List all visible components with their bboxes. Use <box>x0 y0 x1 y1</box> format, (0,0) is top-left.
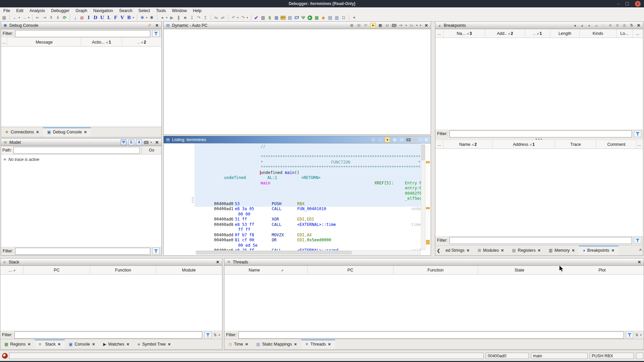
redo-icon[interactable]: ↷ <box>240 15 246 20</box>
menu-debugger[interactable]: Debugger <box>51 8 69 13</box>
breakpoints-table-body[interactable] <box>435 38 643 129</box>
listing-line[interactable]: ****************************************… <box>195 165 421 170</box>
tab-modules[interactable]: ⊞ Modules✕ <box>474 245 508 255</box>
tab-memory[interactable]: ▥ Memory✕ <box>545 245 579 255</box>
column-header-address[interactable]: Address◢1 <box>493 140 555 148</box>
step-over-icon[interactable]: ↷ <box>196 15 202 20</box>
menu-chevron-icon[interactable]: ▼ <box>218 334 220 336</box>
debug-console-table-body[interactable] <box>1 48 161 127</box>
tab-close-icon[interactable]: ✕ <box>611 248 614 253</box>
stack-table-body[interactable] <box>0 275 222 330</box>
tab-regions[interactable]: ▦ Regions✕ <box>0 339 35 349</box>
listing-bytes-continuation[interactable]: 00 ed 5e <box>195 243 421 248</box>
listing-line-signature[interactable]: undefined main () <box>195 170 421 176</box>
menu-analysis[interactable]: Analysis <box>30 8 45 13</box>
tab-watches[interactable]: ▶ Watches✕ <box>99 339 133 349</box>
column-settings-icon[interactable]: ⇅ <box>214 333 217 337</box>
tab-threads[interactable]: ✳ Threads✕ <box>301 339 335 349</box>
cf-icon[interactable]: Cf <box>294 15 300 20</box>
listing-line-prototype[interactable]: undefined AL:1 <RETURN> <box>195 175 421 181</box>
attach-icon[interactable]: ✳ <box>149 15 155 20</box>
goto-icon[interactable]: ⇨ <box>398 23 404 28</box>
dynamic-listing-body[interactable] <box>164 29 431 134</box>
tab-close-icon[interactable]: ✕ <box>294 342 297 347</box>
tab-close-icon[interactable]: ✕ <box>538 248 541 253</box>
close-icon[interactable]: ✕ <box>424 137 429 142</box>
elements-toggle-icon[interactable]: E <box>128 139 134 145</box>
listing-instruction[interactable]: 00400ad631 ffXOREDI,EDI <box>195 217 421 222</box>
listing-line[interactable]: entry:00 <box>195 186 421 191</box>
debug-launch-icon[interactable]: ✳ <box>140 15 145 20</box>
breakpoints-filter-input[interactable] <box>449 130 632 137</box>
enable-all-breakpoints-icon[interactable]: ◕ <box>580 23 585 28</box>
nav-in-icon[interactable]: ⇥ <box>42 15 47 20</box>
scrollbar-thumb[interactable] <box>422 145 425 160</box>
tab-static-mappings[interactable]: ▤ Static Mappings✕ <box>252 339 301 349</box>
tab-close-icon[interactable]: ✕ <box>58 342 61 347</box>
column-header-kinds[interactable]: Kinds <box>580 29 616 38</box>
menu-help[interactable]: Help <box>193 8 202 13</box>
filter-options-button[interactable] <box>204 331 212 338</box>
reload-icon[interactable]: ⟳ <box>62 15 67 20</box>
filter-columns-icon[interactable]: ⇅ <box>629 23 634 28</box>
export-table-icon[interactable]: ▦ <box>392 137 397 142</box>
stack-filter-input[interactable] <box>14 331 202 339</box>
column-header-function[interactable]: Function <box>90 266 156 274</box>
listing-bytes-continuation[interactable]: ff ff <box>195 227 421 233</box>
filter-options-button[interactable] <box>634 130 641 137</box>
filter-options-button[interactable] <box>626 331 633 338</box>
markup-u-icon[interactable]: U <box>99 15 105 20</box>
listing-line[interactable]: ****************************************… <box>195 155 421 160</box>
tab-debug-console[interactable]: ▣ Debug Console✕ <box>43 127 91 137</box>
paste-icon[interactable]: ▤ <box>356 23 361 28</box>
select-cursor-icon[interactable]: ➤ <box>370 23 376 28</box>
column-header-message[interactable]: Message <box>7 38 81 46</box>
disable-breakpoint-icon[interactable]: ● <box>587 23 592 28</box>
close-icon[interactable]: ✕ <box>636 23 641 28</box>
menu-edit[interactable]: Edit <box>16 8 23 13</box>
clear-breakpoint-icon[interactable]: ⊗ <box>608 23 613 28</box>
forward-icon[interactable]: → <box>21 15 27 20</box>
refresh-icon[interactable]: ⟳ <box>363 23 368 28</box>
script-manager-icon[interactable]: § <box>267 15 273 20</box>
resume-icon[interactable]: ▶ <box>169 15 175 20</box>
column-header-comment[interactable]: Comment <box>596 140 637 148</box>
datatype-manager-icon[interactable]: DT <box>280 15 286 20</box>
nav-down-icon[interactable]: ⇟ <box>55 15 61 20</box>
listing-line[interactable]: // <box>195 144 421 149</box>
column-header[interactable]: ... <box>637 140 642 148</box>
listing-body[interactable]: // *************************************… <box>164 143 431 255</box>
tab-strings[interactable]: ed Strings✕ <box>441 245 474 255</box>
record-icon[interactable]: ● <box>160 15 165 20</box>
run-icon[interactable]: ▶ <box>307 15 313 20</box>
save-icon[interactable]: ▦ <box>1 15 7 20</box>
column-header-actions[interactable]: Actio...◢1 <box>81 38 122 46</box>
column-header-address[interactable]: Add..◢2 <box>485 29 525 38</box>
column-header[interactable]: ..◢1 <box>525 29 550 38</box>
make-effective-icon[interactable]: ◎ <box>622 23 627 28</box>
markup-b-icon[interactable]: B <box>126 15 132 20</box>
step-out-icon[interactable]: ↥ <box>203 15 208 20</box>
snapshot-camera-icon[interactable] <box>144 141 149 144</box>
ghidra-logo-icon[interactable] <box>2 353 8 359</box>
diff-icon[interactable]: M <box>385 23 390 28</box>
close-icon[interactable]: ✕ <box>424 23 429 28</box>
debug-console-filter-input[interactable] <box>15 30 150 37</box>
tab-time[interactable]: ◷ Time✕ <box>224 339 252 349</box>
diff-icon[interactable]: M <box>399 137 404 142</box>
listing-instruction[interactable]: 00400add0f b7 f8MOVZXEDI,AX <box>195 233 421 238</box>
column-header[interactable]: ..◢2 <box>122 38 161 46</box>
bookmark-marker[interactable] <box>426 161 430 163</box>
markup-v-icon[interactable]: V <box>119 15 125 20</box>
column-header-locations[interactable]: Lo... <box>616 29 633 38</box>
column-header[interactable]: ... <box>1 38 7 46</box>
minimize-button[interactable]: – <box>617 2 620 6</box>
tree-view-toggle-icon[interactable]: Ψ <box>121 139 126 145</box>
tab-console[interactable]: ▣ Console✕ <box>65 339 99 349</box>
locations-table-body[interactable] <box>435 149 643 236</box>
column-header-plot[interactable]: Plot <box>561 266 643 274</box>
export-table-icon[interactable]: ▦ <box>378 23 383 28</box>
eraser-icon[interactable]: ✐ <box>147 23 152 28</box>
tab-close-icon[interactable]: ✕ <box>126 342 129 347</box>
close-icon[interactable]: ✕ <box>637 260 642 264</box>
